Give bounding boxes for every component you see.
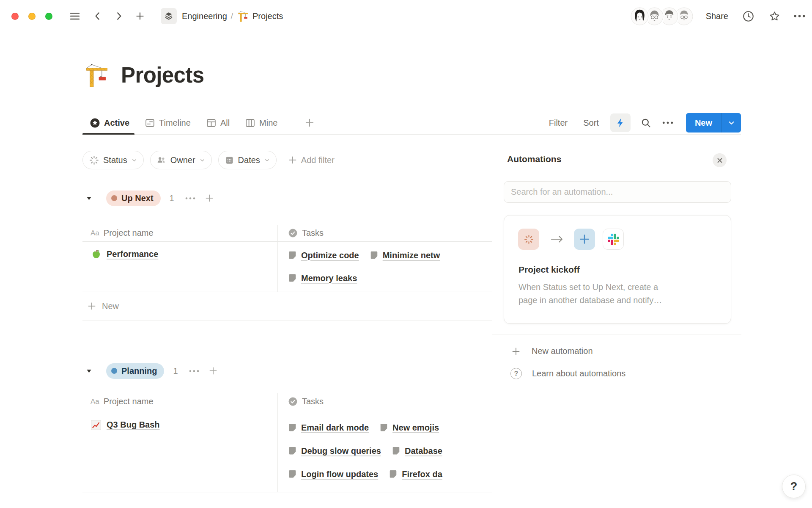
task-item[interactable]: Firefox da [389,469,442,479]
breadcrumb-team[interactable]: Engineering [182,11,227,21]
chevron-down-icon [199,157,206,163]
tab-all[interactable]: All [206,111,230,134]
group-add-icon[interactable] [208,366,218,375]
page-crane-icon[interactable] [85,63,110,88]
task-link[interactable]: New emojis [392,423,439,433]
tab-mine[interactable]: Mine [245,111,277,134]
task-link[interactable]: Debug slow queries [301,446,381,456]
project-link[interactable]: Q3 Bug Bash [107,420,160,430]
search-icon[interactable] [640,117,652,129]
share-button[interactable]: Share [706,11,728,21]
project-name-cell[interactable]: Performance [82,242,277,265]
tasks-cell[interactable]: Email dark mode New emojis Debug slow qu… [277,410,492,492]
add-filter-button[interactable]: Add filter [288,155,335,165]
task-item[interactable]: Email dark mode [288,423,369,433]
column-header-tasks[interactable]: Tasks [277,393,492,410]
new-page-icon[interactable] [134,11,145,22]
avatar[interactable] [631,7,649,25]
page-icon [370,251,379,260]
chart-increasing-icon [91,420,102,431]
filter-button[interactable]: Filter [549,118,568,128]
task-link[interactable]: Optimize code [301,251,359,260]
column-header-tasks[interactable]: Tasks [277,225,492,241]
task-link[interactable]: Firefox da [402,469,442,479]
sort-button[interactable]: Sort [583,118,599,128]
column-header-project-name[interactable]: Aa Project name [82,225,277,241]
updates-clock-icon[interactable] [742,10,754,22]
tab-label: Timeline [159,118,191,128]
page-icon [288,423,297,432]
view-options-icon[interactable] [662,121,673,124]
description-line: page in another database and notify… [518,294,662,307]
column-label: Project name [104,228,154,238]
zoom-window-button[interactable] [45,13,52,20]
status-trigger-icon [518,229,539,250]
column-header-project-name[interactable]: Aa Project name [82,393,277,410]
task-link[interactable]: Minimize netw [383,251,440,260]
group-pill-planning[interactable]: Planning [106,363,164,379]
task-item[interactable]: Database [392,446,442,456]
project-name-cell[interactable]: Q3 Bug Bash [82,410,277,437]
collapse-triangle-icon[interactable] [86,368,95,374]
plus-icon [288,155,297,165]
group-add-icon[interactable] [205,193,214,203]
group-options-icon[interactable] [185,197,195,200]
task-link[interactable]: Email dark mode [301,423,369,433]
learn-about-automations-button[interactable]: ? Learn about automations [510,368,625,379]
learn-label: Learn about automations [532,369,625,378]
close-window-button[interactable] [11,13,19,20]
tab-active[interactable]: Active [90,111,129,134]
breadcrumb-page[interactable]: Projects [252,11,283,21]
starred-view-icon [90,118,100,128]
collaborator-avatars[interactable] [631,7,693,25]
group-options-icon[interactable] [189,370,199,373]
task-line: Debug slow queries Database [288,439,492,463]
task-item[interactable]: Minimize netw [370,251,440,260]
new-automation-label: New automation [532,346,593,356]
task-link[interactable]: Memory leaks [301,273,357,283]
task-line: Memory leaks [288,267,492,290]
favorite-star-icon[interactable] [768,10,781,22]
automation-card[interactable]: Project kickoff When Status set to Up Ne… [504,215,731,324]
task-item[interactable]: New emojis [379,423,439,433]
more-options-icon[interactable] [794,14,805,18]
new-row-button[interactable]: New [82,292,492,320]
tab-label: Mine [259,118,277,128]
new-automation-button[interactable]: New automation [511,346,593,356]
filter-chip-owner[interactable]: Owner [150,151,212,169]
task-link[interactable]: Database [405,446,442,456]
close-icon[interactable] [713,153,727,167]
teamspace-icon[interactable] [161,8,177,24]
automation-search-input[interactable] [504,181,731,203]
forward-icon[interactable] [113,11,124,22]
tab-timeline[interactable]: Timeline [145,111,191,134]
task-item[interactable]: Optimize code [288,251,359,260]
automations-bolt-icon[interactable] [610,113,631,132]
project-link[interactable]: Performance [107,249,158,259]
new-dropdown-chevron-icon[interactable] [721,113,741,133]
page-icon [288,447,297,456]
page-title[interactable]: Projects [121,63,204,88]
task-item[interactable]: Login flow updates [288,469,378,479]
filter-chip-status[interactable]: Status [82,151,144,169]
group-count: 1 [170,193,174,203]
group-pill-up-next[interactable]: Up Next [106,190,161,206]
status-dot [111,368,117,374]
text-property-icon: Aa [91,398,99,406]
filter-chip-dates[interactable]: Dates [218,151,277,169]
minimize-window-button[interactable] [28,13,36,20]
tasks-cell[interactable]: Optimize code Minimize netw Memory leaks [277,242,492,292]
table-planning: Aa Project name Tasks Q3 Bug Bash Email … [82,393,492,492]
group-name: Planning [121,366,157,376]
task-item[interactable]: Debug slow queries [288,446,381,456]
task-link[interactable]: Login flow updates [301,469,378,479]
task-item[interactable]: Memory leaks [288,273,357,283]
sidebar-menu-icon[interactable] [69,10,81,22]
add-view-icon[interactable] [304,118,315,128]
new-button-group: New [686,113,741,133]
collapse-triangle-icon[interactable] [86,195,95,202]
chip-label: Dates [238,155,260,165]
help-button[interactable]: ? [782,475,806,498]
new-button[interactable]: New [686,113,721,133]
back-icon[interactable] [92,11,103,22]
